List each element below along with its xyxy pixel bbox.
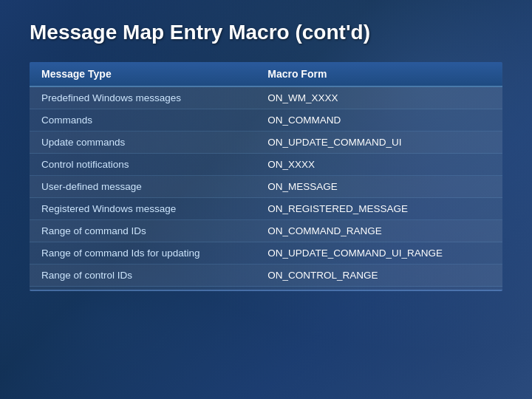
- cell-type: Predefined Windows messages: [30, 86, 256, 109]
- table-row: User-defined messageON_MESSAGE: [30, 176, 502, 198]
- cell-macro: ON_COMMAND_RANGE: [256, 220, 502, 242]
- cell-type: Control notifications: [30, 154, 256, 176]
- table-row: Control notificationsON_XXXX: [30, 154, 502, 176]
- table-bottom-line: [30, 290, 502, 291]
- cell-macro: ON_CONTROL_RANGE: [256, 265, 502, 287]
- slide-title: Message Map Entry Macro (cont'd): [30, 21, 502, 44]
- table-row: Registered Windows messageON_REGISTERED_…: [30, 198, 502, 220]
- cell-macro: ON_XXXX: [256, 154, 502, 176]
- col-header-macro: Macro Form: [256, 62, 502, 86]
- table-header-row: Message Type Macro Form: [30, 62, 502, 86]
- col-header-type: Message Type: [30, 62, 256, 86]
- cell-macro: ON_WM_XXXX: [256, 86, 502, 109]
- cell-macro: ON_COMMAND: [256, 109, 502, 132]
- cell-type: Range of command Ids for updating: [30, 242, 256, 265]
- table-container: Message Type Macro Form Predefined Windo…: [30, 62, 502, 291]
- table-row: Range of control IDsON_CONTROL_RANGE: [30, 265, 502, 287]
- cell-macro: ON_REGISTERED_MESSAGE: [256, 198, 502, 220]
- cell-macro: ON_UPDATE_COMMAND_UI: [256, 132, 502, 154]
- table-row: Range of command IDsON_COMMAND_RANGE: [30, 220, 502, 242]
- cell-type: User-defined message: [30, 176, 256, 198]
- table-row: Range of command Ids for updatingON_UPDA…: [30, 242, 502, 265]
- cell-type: Update commands: [30, 132, 256, 154]
- cell-type: Registered Windows message: [30, 198, 256, 220]
- cell-type: Range of control IDs: [30, 265, 256, 287]
- cell-type: Range of command IDs: [30, 220, 256, 242]
- table-row: Predefined Windows messagesON_WM_XXXX: [30, 86, 502, 109]
- cell-type: Commands: [30, 109, 256, 132]
- table-row: CommandsON_COMMAND: [30, 109, 502, 132]
- table-row: Update commandsON_UPDATE_COMMAND_UI: [30, 132, 502, 154]
- macro-table: Message Type Macro Form Predefined Windo…: [30, 62, 502, 287]
- cell-macro: ON_UPDATE_COMMAND_UI_RANGE: [256, 242, 502, 265]
- slide-content: Message Map Entry Macro (cont'd) Message…: [0, 0, 532, 306]
- cell-macro: ON_MESSAGE: [256, 176, 502, 198]
